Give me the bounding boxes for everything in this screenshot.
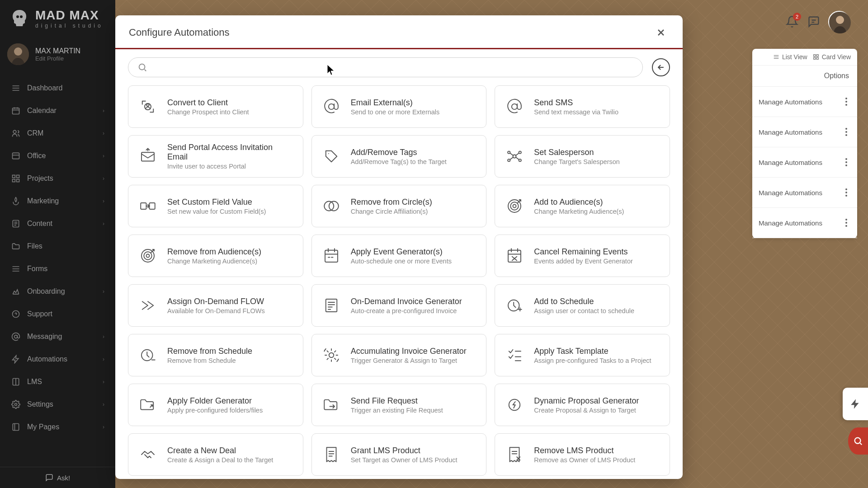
automation-card-remove-lms-product[interactable]: Remove LMS Product Remove as Owner of LM… (495, 433, 670, 476)
sidebar-item-automations[interactable]: Automations › (0, 348, 115, 371)
sidebar-item-forms[interactable]: Forms (0, 258, 115, 280)
sidebar-item-content[interactable]: Content › (0, 212, 115, 235)
receipt-x-icon (504, 444, 525, 465)
automation-card-create-a-new-deal[interactable]: Create a New Deal Create & Assign a Deal… (128, 433, 303, 476)
quick-action-fab[interactable] (843, 388, 868, 420)
card-title: Grant LMS Product (351, 446, 458, 455)
logo[interactable]: MAD MAX digital studio (0, 0, 115, 35)
sidebar-item-support[interactable]: Support (0, 303, 115, 325)
row-options-button[interactable] (842, 188, 851, 197)
card-title: Add to Audience(s) (534, 197, 624, 207)
manage-automations-row[interactable]: Manage Automations (752, 117, 857, 147)
row-options-button[interactable] (842, 219, 851, 227)
notifications-button[interactable]: 2 (785, 14, 799, 29)
office-icon (11, 151, 21, 161)
automation-card-send-file-request[interactable]: Send File Request Trigger an existing Fi… (311, 384, 487, 426)
row-options-button[interactable] (842, 128, 851, 136)
automation-card-send-sms[interactable]: Send SMS Send text message via Twilio (495, 85, 670, 128)
options-button[interactable]: Options (752, 66, 857, 87)
automation-card-grant-lms-product[interactable]: Grant LMS Product Set Target as Owner of… (311, 433, 487, 476)
card-desc: Remove as Owner of LMS Product (534, 456, 635, 464)
automation-card-add-to-schedule[interactable]: Add to Schedule Assign user or contact t… (495, 284, 670, 327)
lms-icon (11, 377, 21, 387)
list-view-button[interactable]: List View (773, 53, 807, 61)
card-desc: Set new value for Custom Field(s) (167, 208, 266, 215)
sidebar-item-messaging[interactable]: Messaging › (0, 325, 115, 348)
sidebar-item-dashboard[interactable]: Dashboard (0, 77, 115, 99)
svg-rect-2 (13, 108, 19, 114)
modal-title: Configure Automations (129, 27, 230, 38)
checklist-icon (504, 345, 525, 366)
sidebar-item-crm[interactable]: CRM › (0, 122, 115, 145)
automation-card-apply-folder-generator[interactable]: Apply Folder Generator Apply pre-configu… (128, 384, 303, 426)
card-desc: Create & Assign a Deal to the Target (167, 456, 273, 464)
sidebar-item-onboarding[interactable]: Onboarding › (0, 280, 115, 303)
automation-card-apply-event-generator-s[interactable]: Apply Event Generator(s) Auto-schedule o… (311, 235, 487, 277)
automation-card-accumulating-invoice-generator[interactable]: Accumulating Invoice Generator Trigger G… (311, 334, 487, 376)
automation-card-send-portal-access-invitation-email[interactable]: Send Portal Access Invitation Email Invi… (128, 135, 303, 178)
search-fab[interactable] (848, 427, 868, 455)
chevron-right-icon: › (103, 333, 104, 340)
automations-grid: Convert to Client Change Prospect into C… (115, 85, 683, 479)
ask-bar[interactable]: Ask! (0, 467, 115, 488)
onboarding-icon (11, 286, 21, 296)
chevron-right-icon: › (103, 288, 104, 295)
automation-card-add-remove-tags[interactable]: Add/Remove Tags Add/Remove Tag(s) to the… (311, 135, 487, 178)
manage-automations-row[interactable]: Manage Automations (752, 147, 857, 178)
manage-automations-row[interactable]: Manage Automations (752, 87, 857, 117)
close-button[interactable] (653, 24, 669, 41)
automation-card-dynamic-proposal-generator[interactable]: Dynamic Proposal Generator Create Propos… (495, 384, 670, 426)
automation-card-set-salesperson[interactable]: Set Salesperson Change Target's Salesper… (495, 135, 670, 178)
svg-point-1 (14, 47, 22, 56)
card-view-button[interactable]: Card View (813, 53, 851, 61)
automation-card-cancel-remaining-events[interactable]: Cancel Remaining Events Events added by … (495, 235, 670, 277)
automation-card-assign-on-demand-flow[interactable]: Assign On-Demand FLOW Available for On-D… (128, 284, 303, 327)
search-input[interactable] (153, 63, 633, 72)
sidebar-item-my-pages[interactable]: My Pages › (0, 416, 115, 438)
card-title: Apply Task Template (534, 347, 651, 356)
automation-card-add-to-audience-s[interactable]: Add to Audience(s) Change Marketing Audi… (495, 185, 670, 227)
clock-plus-icon (504, 295, 525, 316)
automation-card-email-external-s[interactable]: Email External(s) Send to one or more Ex… (311, 85, 487, 128)
card-desc: Apply pre-configured folders/files (167, 407, 263, 414)
chevron-right-icon: › (103, 175, 104, 182)
invoice-icon (321, 295, 342, 316)
sidebar-item-office[interactable]: Office › (0, 145, 115, 167)
row-options-button[interactable] (842, 158, 851, 166)
automation-card-apply-task-template[interactable]: Apply Task Template Assign pre-configure… (495, 334, 670, 376)
sidebar-item-lms[interactable]: LMS › (0, 371, 115, 393)
manage-automations-row[interactable]: Manage Automations (752, 178, 857, 208)
search-box[interactable] (128, 57, 643, 77)
card-desc: Assign user or contact to schedule (534, 307, 634, 314)
svg-point-16 (836, 16, 844, 24)
row-options-button[interactable] (842, 98, 851, 106)
profile-block[interactable]: MAX MARTIN Edit Profile (0, 35, 115, 73)
automation-card-remove-from-circle-s[interactable]: Remove from Circle(s) Change Circle Affi… (311, 185, 487, 227)
user-avatar[interactable] (828, 11, 850, 33)
sidebar-item-settings[interactable]: Settings › (0, 393, 115, 416)
back-button[interactable] (652, 58, 670, 76)
card-title: Remove LMS Product (534, 446, 635, 455)
profile-edit-link[interactable]: Edit Profile (35, 55, 80, 62)
search-icon (137, 62, 147, 72)
card-title: Dynamic Proposal Generator (534, 396, 639, 406)
sidebar-item-projects[interactable]: Projects › (0, 167, 115, 190)
svg-point-24 (146, 104, 149, 106)
manage-automations-row[interactable]: Manage Automations (752, 208, 857, 238)
card-title: Set Custom Field Value (167, 197, 266, 207)
sidebar-item-calendar[interactable]: Calendar › (0, 99, 115, 122)
automation-card-remove-from-audience-s[interactable]: Remove from Audience(s) Change Marketing… (128, 235, 303, 277)
nav-label: Forms (27, 265, 47, 273)
automation-card-on-demand-invoice-generator[interactable]: On-Demand Invoice Generator Auto-create … (311, 284, 487, 327)
messages-button[interactable] (807, 15, 820, 28)
automation-card-remove-from-schedule[interactable]: Remove from Schedule Remove from Schedul… (128, 334, 303, 376)
calendar-icon (321, 245, 342, 266)
at-icon (321, 96, 342, 117)
sidebar-item-marketing[interactable]: Marketing › (0, 190, 115, 212)
svg-rect-17 (813, 55, 815, 56)
automation-card-convert-to-client[interactable]: Convert to Client Change Prospect into C… (128, 85, 303, 128)
card-title: Remove from Circle(s) (351, 197, 432, 207)
sidebar-item-files[interactable]: Files (0, 235, 115, 258)
automation-card-set-custom-field-value[interactable]: Set Custom Field Value Set new value for… (128, 185, 303, 227)
nav-label: Onboarding (27, 287, 65, 296)
